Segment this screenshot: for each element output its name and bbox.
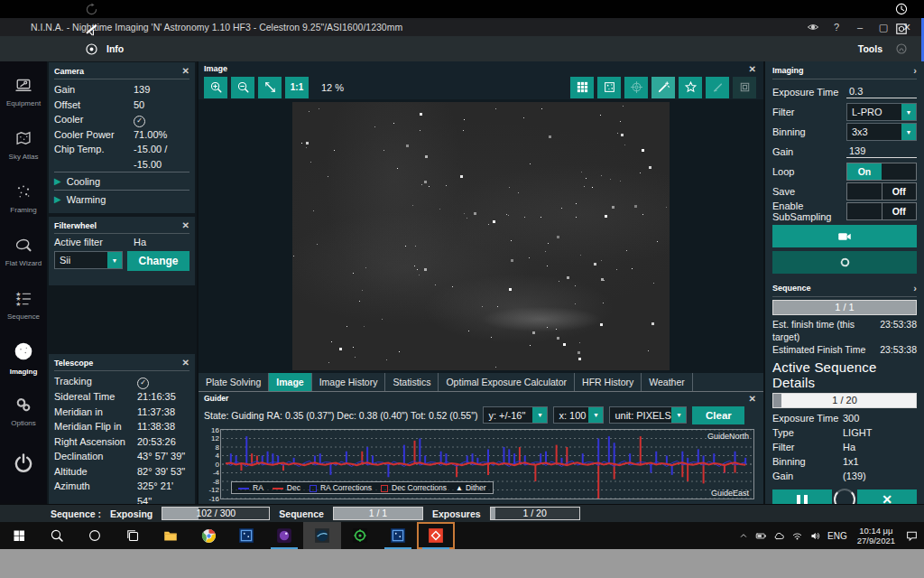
legend-label: Dec — [287, 483, 300, 492]
sidebar-item-sky-atlas[interactable]: Sky Atlas — [0, 118, 47, 172]
app-blue2-icon[interactable] — [379, 522, 417, 549]
close-icon[interactable]: ✕ — [749, 64, 756, 74]
sidebar-item-sequence[interactable]: ★★★Sequence — [0, 278, 47, 331]
collapse-icon[interactable]: › — [913, 65, 917, 76]
setting-input[interactable]: 0.3 — [846, 86, 917, 98]
svg-text:12: 12 — [211, 434, 219, 443]
chrome-icon[interactable] — [189, 522, 227, 549]
detail-value: 300 — [843, 411, 859, 425]
file-explorer-icon[interactable] — [152, 522, 189, 549]
imaging-row-binning: Binning3x3▼ — [772, 122, 917, 142]
platesolve-stars-icon[interactable] — [597, 77, 621, 98]
power-button[interactable] — [0, 438, 47, 491]
tray-battery-icon[interactable] — [755, 530, 767, 542]
close-icon[interactable]: ✕ — [182, 358, 189, 368]
imaging-row-filter: FilterL-PRO▼ — [772, 102, 917, 122]
tray-chevron-icon[interactable] — [738, 530, 749, 541]
history-icon[interactable] — [890, 0, 913, 19]
main-area: EquipmentSky AtlasFramingFlat Wizard★★★S… — [0, 61, 924, 504]
image-display[interactable] — [199, 99, 763, 373]
guider-yscale-select[interactable]: y: +/-16"▼ — [483, 406, 548, 424]
tab-plate-solving[interactable]: Plate Solving — [199, 373, 269, 391]
zoom-in-icon[interactable] — [204, 77, 227, 98]
sidebar-item-imaging[interactable]: Imaging — [0, 331, 47, 385]
collapse-icon[interactable]: › — [913, 283, 917, 294]
capture-button[interactable] — [772, 225, 917, 247]
filter-select-value: Sii — [55, 255, 107, 266]
grid-icon[interactable] — [570, 77, 594, 98]
night-vision-icon[interactable] — [801, 19, 825, 35]
zoom-out-icon[interactable] — [231, 77, 254, 98]
fit-image-icon[interactable] — [258, 77, 282, 98]
tab-weather[interactable]: Weather — [642, 373, 693, 391]
guider-icon[interactable] — [79, 39, 103, 59]
help-button[interactable]: ? — [825, 19, 848, 35]
info-label[interactable]: Info — [106, 43, 124, 54]
wand-icon[interactable] — [651, 77, 675, 98]
expand-triangle-icon: ▶ — [54, 176, 61, 186]
setting-toggle[interactable]: Off — [846, 202, 917, 220]
sidebar-item-equipment[interactable]: Equipment — [0, 65, 47, 118]
tab-hfr-history[interactable]: HFR History — [575, 373, 642, 391]
taskbar-clock[interactable]: 10:14 μμ 27/9/2021 — [857, 526, 895, 545]
clear-button[interactable]: Clear — [692, 406, 744, 424]
tab-statistics[interactable]: Statistics — [385, 373, 439, 391]
subframe-icon[interactable] — [733, 77, 756, 98]
app-purple-icon[interactable] — [265, 522, 303, 549]
setting-select[interactable]: L-PRO▼ — [846, 103, 917, 121]
status-exposure-progress: 102 / 300 — [162, 507, 270, 520]
task-view-button[interactable] — [114, 522, 152, 549]
settings-square-icon[interactable] — [890, 19, 913, 39]
setting-input[interactable]: 139 — [846, 145, 917, 158]
setting-select[interactable]: 3x3▼ — [846, 123, 917, 141]
close-icon[interactable]: ✕ — [182, 66, 189, 76]
guider-unit-select[interactable]: unit: PIXELS▼ — [609, 406, 687, 424]
annotate-icon[interactable] — [706, 77, 729, 98]
sidebar-item-options[interactable]: Options — [0, 385, 47, 438]
autofocus-icon[interactable] — [890, 39, 913, 59]
rotator-icon[interactable] — [79, 0, 103, 19]
close-icon[interactable]: ✕ — [749, 394, 756, 404]
property-label: Meridian Flip in — [54, 419, 137, 434]
minimize-button[interactable]: – — [848, 19, 872, 35]
setting-toggle[interactable]: Off — [846, 182, 917, 200]
toggle-side: On — [847, 163, 882, 180]
language-indicator[interactable]: ENG — [827, 531, 847, 541]
filter-select[interactable]: Sii▼ — [54, 251, 123, 269]
info-value: 23:53:38 — [880, 318, 917, 343]
imaging-settings-button[interactable] — [772, 251, 917, 274]
property-row: Declination43° 57' 39" — [54, 449, 189, 464]
crosshair-icon[interactable] — [624, 77, 648, 98]
action-center-icon[interactable] — [905, 529, 919, 543]
app-blue-icon[interactable] — [227, 522, 265, 549]
change-filter-button[interactable]: Change — [127, 251, 189, 271]
sidebar-item-flat-wizard[interactable]: Flat Wizard — [0, 225, 47, 278]
property-label: Declination — [54, 449, 137, 464]
sidebar-item-framing[interactable]: Framing — [0, 172, 47, 225]
phd2-icon[interactable] — [341, 522, 379, 549]
one-to-one-button[interactable]: 1:1 — [285, 77, 309, 98]
app-red-icon[interactable] — [417, 522, 455, 549]
expander-cooling[interactable]: ▶Cooling — [54, 172, 189, 190]
cortana-button[interactable] — [76, 522, 114, 549]
star-detect-icon[interactable] — [679, 77, 702, 98]
tab-optimal-exposure-calculator[interactable]: Optimal Exposure Calculator — [439, 373, 575, 391]
check-circle-icon: ✓ — [134, 116, 145, 127]
select-value: 3x3 — [847, 126, 901, 137]
search-button[interactable] — [38, 522, 76, 549]
setting-toggle[interactable]: On — [846, 163, 917, 181]
close-icon[interactable]: ✕ — [182, 220, 189, 230]
image-panel-title: Image — [204, 64, 227, 73]
tray-onedrive-icon[interactable] — [773, 530, 785, 542]
guider-xscale-select[interactable]: x: 100▼ — [553, 406, 604, 424]
expander-warming[interactable]: ▶Warming — [54, 190, 189, 208]
tab-image-history[interactable]: Image History — [312, 373, 386, 391]
tray-wifi-icon[interactable] — [791, 530, 803, 542]
telescope-icon[interactable] — [79, 19, 103, 39]
power-icon — [13, 452, 34, 478]
tab-image[interactable]: Image — [269, 373, 311, 391]
start-button[interactable] — [0, 522, 38, 549]
tray-volume-icon[interactable] — [809, 530, 821, 542]
nina-app-icon[interactable] — [303, 522, 341, 549]
status-exposure-text: 102 / 300 — [162, 508, 269, 518]
